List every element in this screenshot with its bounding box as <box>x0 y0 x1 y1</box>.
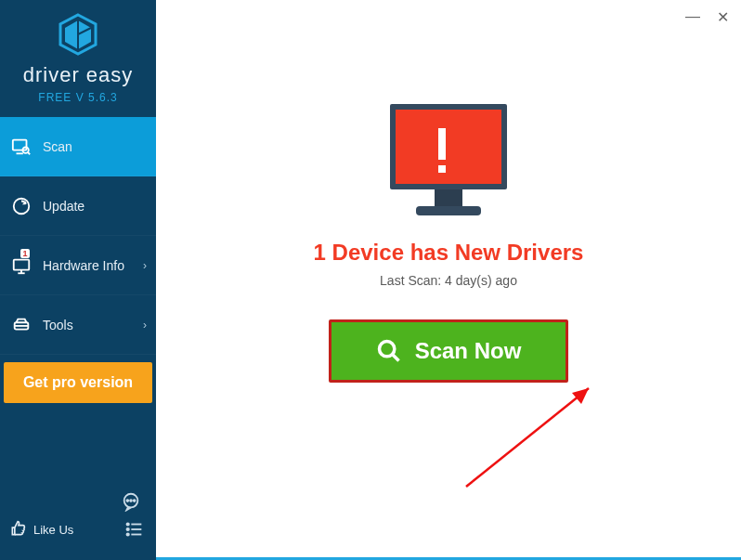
svg-rect-26 <box>396 110 501 184</box>
search-icon <box>376 338 402 364</box>
tools-icon <box>9 313 33 337</box>
get-pro-label: Get pro version <box>23 374 133 391</box>
svg-rect-29 <box>435 189 462 206</box>
bottom-bar: Like Us <box>0 506 156 553</box>
svg-rect-28 <box>438 165 446 173</box>
nav-update[interactable]: Update <box>0 176 156 236</box>
version-label: FREE V 5.6.3 <box>38 91 117 104</box>
minimize-icon: — <box>685 8 700 25</box>
svg-point-16 <box>126 500 128 501</box>
nav-update-label: Update <box>43 199 84 214</box>
scan-now-label: Scan Now <box>415 338 522 364</box>
svg-point-19 <box>126 523 128 525</box>
nav-scan[interactable]: Scan <box>0 117 156 176</box>
thumb-up-icon <box>9 519 28 540</box>
like-us-button[interactable]: Like Us <box>9 519 73 540</box>
minimize-button[interactable]: — <box>683 7 702 26</box>
last-scan-text: Last Scan: 4 day(s) ago <box>156 273 741 288</box>
main-panel: — ✕ 1 Device has New Drivers Last Scan: … <box>156 0 741 560</box>
nav-tools-label: Tools <box>43 318 73 332</box>
close-button[interactable]: ✕ <box>713 7 732 26</box>
svg-point-18 <box>134 500 136 501</box>
annotation-arrow-icon <box>461 373 609 498</box>
svg-line-7 <box>28 151 30 153</box>
get-pro-button[interactable]: Get pro version <box>4 362 152 403</box>
window-controls: — ✕ <box>683 7 732 26</box>
nav-hardware-label: Hardware Info <box>43 258 124 273</box>
svg-rect-27 <box>438 128 446 160</box>
svg-point-17 <box>130 500 132 501</box>
svg-marker-34 <box>572 388 589 404</box>
svg-rect-10 <box>14 259 30 269</box>
nav: Scan Update 1 Hardware Info <box>0 117 156 403</box>
svg-point-23 <box>126 533 128 535</box>
chevron-right-icon: › <box>143 319 147 332</box>
nav-scan-label: Scan <box>43 139 72 154</box>
svg-line-33 <box>466 388 589 487</box>
menu-icon[interactable] <box>123 517 147 541</box>
logo-block: driver easy FREE V 5.6.3 <box>0 0 156 104</box>
scan-icon <box>9 135 33 159</box>
headline: 1 Device has New Drivers <box>156 240 741 266</box>
alert-monitor-icon <box>381 100 516 227</box>
chevron-right-icon: › <box>143 259 147 272</box>
update-icon <box>9 194 33 218</box>
like-us-label: Like Us <box>33 523 73 537</box>
sidebar: driver easy FREE V 5.6.3 Scan <box>0 0 156 560</box>
svg-line-32 <box>392 355 398 361</box>
brand-name: driver easy <box>23 63 134 87</box>
svg-rect-4 <box>13 139 27 150</box>
logo-icon <box>55 11 101 61</box>
svg-point-31 <box>379 342 394 357</box>
close-icon: ✕ <box>717 8 729 26</box>
nav-tools[interactable]: Tools › <box>0 295 156 355</box>
svg-point-21 <box>126 528 128 530</box>
svg-rect-30 <box>416 206 481 215</box>
nav-hardware[interactable]: 1 Hardware Info › <box>0 236 156 295</box>
hardware-badge: 1 <box>20 249 30 258</box>
